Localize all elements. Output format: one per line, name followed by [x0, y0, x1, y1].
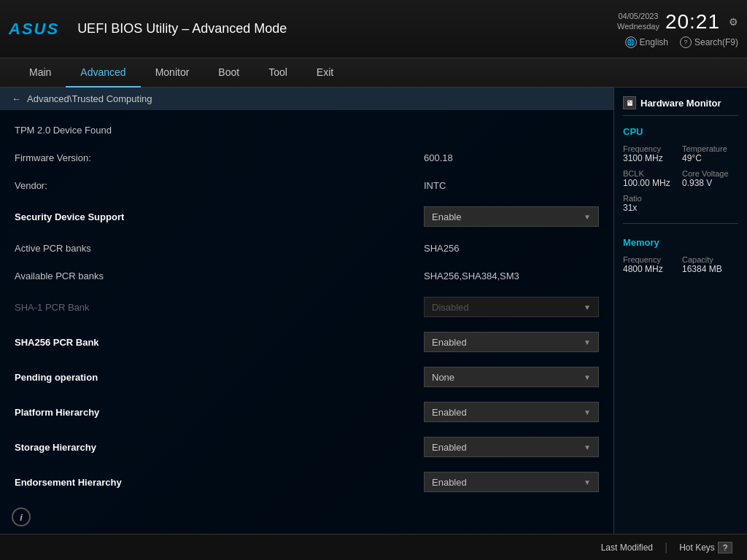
- sha256-pcr-value: Enabled: [432, 337, 467, 348]
- list-item: Platform Hierarchy Enabled ▼: [0, 394, 614, 429]
- memory-capacity-value: 16384 MB: [682, 264, 738, 274]
- setting-label-firmware: Firmware Version:: [15, 152, 424, 163]
- cpu-voltage-block: Core Voltage 0.938 V: [682, 169, 738, 188]
- search-label: Search(F9): [694, 37, 738, 47]
- list-item: Security Device Support Enable ▼: [0, 199, 614, 234]
- hot-keys-key: ?: [718, 542, 732, 553]
- breadcrumb: ← Advanced\Trusted Computing: [0, 88, 614, 110]
- setting-label-sha1: SHA-1 PCR Bank: [15, 302, 424, 313]
- setting-label-vendor: Vendor:: [15, 180, 424, 191]
- platform-hierarchy-value: Enabled: [432, 407, 467, 418]
- cpu-bclk-value: 100.00 MHz: [623, 178, 679, 188]
- cpu-frequency-value: 3100 MHz: [623, 153, 679, 163]
- memory-frequency-value: 4800 MHz: [623, 264, 679, 274]
- storage-hierarchy-value: Enabled: [432, 442, 467, 453]
- header-links: 🌐 English ? Search(F9): [625, 36, 738, 48]
- cpu-ratio-value: 31x: [623, 203, 679, 213]
- cpu-bclk-label: BCLK: [623, 169, 679, 178]
- sha1-pcr-value: Disabled: [432, 302, 469, 313]
- time-display: 20:21: [665, 10, 720, 34]
- setting-value-vendor: INTC: [424, 180, 599, 191]
- list-item: TPM 2.0 Device Found: [0, 116, 614, 144]
- setting-label-storage: Storage Hierarchy: [15, 442, 424, 453]
- tab-monitor[interactable]: Monitor: [141, 58, 204, 88]
- tab-tool[interactable]: Tool: [254, 58, 302, 88]
- storage-hierarchy-select[interactable]: Enabled ▼: [424, 437, 599, 457]
- search-button[interactable]: ? Search(F9): [680, 36, 738, 48]
- monitor-icon: 🖥: [623, 96, 636, 109]
- back-arrow-icon[interactable]: ←: [12, 93, 21, 104]
- cpu-section-label: CPU: [623, 126, 738, 137]
- dropdown-arrow-icon: ▼: [584, 338, 591, 346]
- memory-metrics: Frequency 4800 MHz Capacity 16384 MB: [623, 255, 738, 274]
- info-bar: i: [0, 500, 614, 534]
- platform-hierarchy-select[interactable]: Enabled ▼: [424, 402, 599, 422]
- globe-icon: 🌐: [625, 36, 637, 48]
- search-icon: ?: [680, 36, 692, 48]
- cpu-voltage-label: Core Voltage: [682, 169, 738, 178]
- cpu-temperature-block: Temperature 49°C: [682, 144, 738, 163]
- header-right: 04/05/2023 Wednesday 20:21 ⚙ 🌐 English ?…: [617, 10, 738, 48]
- dropdown-arrow-icon: ▼: [584, 373, 591, 381]
- cpu-temperature-label: Temperature: [682, 144, 738, 153]
- dropdown-arrow-icon: ▼: [584, 303, 591, 311]
- date-display: 04/05/2023 Wednesday: [617, 12, 659, 31]
- sha1-pcr-select: Disabled ▼: [424, 297, 599, 317]
- memory-section-label: Memory: [623, 237, 738, 248]
- memory-frequency-label: Frequency: [623, 255, 679, 264]
- hot-keys-button[interactable]: Hot Keys ?: [679, 542, 732, 553]
- datetime-row: 04/05/2023 Wednesday 20:21 ⚙: [617, 10, 738, 34]
- language-label: English: [640, 37, 668, 47]
- pending-operation-select[interactable]: None ▼: [424, 367, 599, 387]
- endorsement-hierarchy-select[interactable]: Enabled ▼: [424, 472, 599, 492]
- breadcrumb-path: Advanced\Trusted Computing: [27, 93, 152, 104]
- hw-divider: [623, 223, 738, 224]
- cpu-frequency-block: Frequency 3100 MHz: [623, 144, 679, 163]
- asus-logo: ASUS: [9, 20, 59, 39]
- cpu-ratio-label: Ratio: [623, 194, 679, 203]
- memory-frequency-block: Frequency 4800 MHz: [623, 255, 679, 274]
- setting-label-tpm: TPM 2.0 Device Found: [15, 125, 599, 136]
- cpu-frequency-label: Frequency: [623, 144, 679, 153]
- hardware-monitor-panel: 🖥 Hardware Monitor CPU Frequency 3100 MH…: [614, 88, 747, 534]
- security-device-select[interactable]: Enable ▼: [424, 206, 599, 227]
- pending-operation-value: None: [432, 372, 454, 383]
- last-modified-label: Last Modified: [601, 542, 653, 553]
- navigation-bar: Main Advanced Monitor Boot Tool Exit: [0, 58, 747, 88]
- tab-exit[interactable]: Exit: [302, 58, 348, 88]
- bios-title: UEFI BIOS Utility – Advanced Mode: [77, 21, 617, 36]
- setting-label-endorsement: Endorsement Hierarchy: [15, 477, 424, 488]
- footer-divider: |: [665, 541, 667, 554]
- list-item: SHA-1 PCR Bank Disabled ▼: [0, 289, 614, 324]
- setting-label-pending: Pending operation: [15, 372, 424, 383]
- list-item: Available PCR banks SHA256,SHA384,SM3: [0, 262, 614, 289]
- setting-label-available-pcr: Available PCR banks: [15, 271, 424, 281]
- tab-advanced[interactable]: Advanced: [66, 58, 140, 88]
- setting-value-active-pcr: SHA256: [424, 243, 599, 254]
- tab-boot[interactable]: Boot: [204, 58, 254, 88]
- security-device-value: Enable: [432, 211, 461, 222]
- memory-capacity-block: Capacity 16384 MB: [682, 255, 738, 274]
- dropdown-arrow-icon: ▼: [584, 478, 591, 486]
- cpu-temperature-value: 49°C: [682, 153, 738, 163]
- settings-icon[interactable]: ⚙: [729, 16, 738, 28]
- footer: Last Modified | Hot Keys ?: [0, 534, 747, 560]
- setting-label-platform: Platform Hierarchy: [15, 407, 424, 418]
- list-item: Vendor: INTC: [0, 171, 614, 199]
- tab-main[interactable]: Main: [15, 58, 66, 88]
- memory-capacity-label: Capacity: [682, 255, 738, 264]
- setting-label-sha256: SHA256 PCR Bank: [15, 337, 424, 348]
- last-modified-button[interactable]: Last Modified: [601, 542, 653, 553]
- asus-brand: ASUS: [9, 20, 59, 39]
- setting-value-firmware: 600.18: [424, 152, 599, 163]
- hw-monitor-header: 🖥 Hardware Monitor: [623, 96, 738, 116]
- sha256-pcr-select[interactable]: Enabled ▼: [424, 332, 599, 352]
- dropdown-arrow-icon: ▼: [584, 443, 591, 451]
- header: ASUS UEFI BIOS Utility – Advanced Mode 0…: [0, 0, 747, 58]
- endorsement-hierarchy-value: Enabled: [432, 477, 467, 488]
- cpu-ratio-block: Ratio 31x: [623, 194, 679, 213]
- language-selector[interactable]: 🌐 English: [625, 36, 668, 48]
- list-item: Pending operation None ▼: [0, 359, 614, 394]
- info-icon: i: [12, 508, 31, 526]
- list-item: Active PCR banks SHA256: [0, 234, 614, 262]
